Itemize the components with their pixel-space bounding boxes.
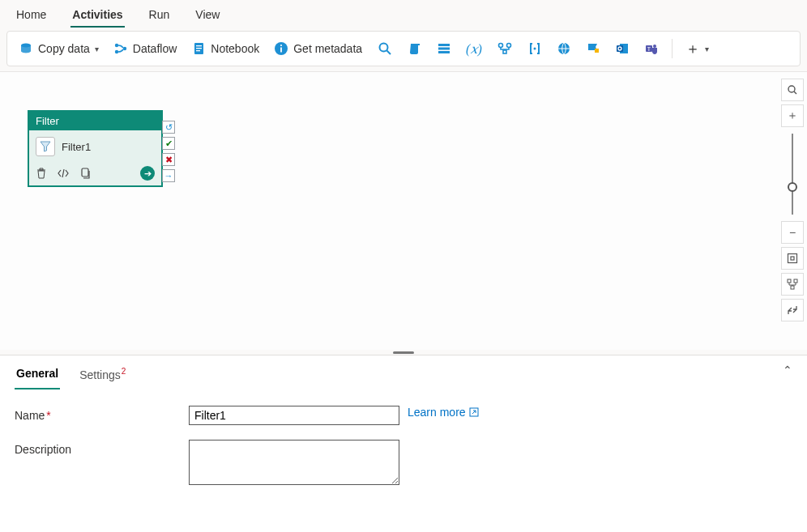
learn-more-link[interactable]: Learn more bbox=[408, 406, 479, 419]
svg-rect-5 bbox=[196, 45, 202, 46]
svg-rect-15 bbox=[438, 51, 450, 53]
activity-name-label: Filter1 bbox=[62, 141, 91, 153]
svg-rect-13 bbox=[438, 44, 450, 46]
svg-rect-32 bbox=[791, 257, 794, 260]
svg-point-27 bbox=[653, 45, 656, 48]
external-link-icon bbox=[469, 407, 479, 417]
svg-point-17 bbox=[506, 44, 510, 48]
handle-skip-icon[interactable]: → bbox=[162, 169, 175, 182]
svg-rect-21 bbox=[595, 49, 599, 53]
activity-type-header: Filter bbox=[29, 112, 161, 130]
table-icon bbox=[437, 41, 451, 56]
web-button[interactable] bbox=[550, 36, 578, 61]
pipeline-button[interactable] bbox=[490, 36, 519, 61]
flag-icon bbox=[586, 41, 600, 56]
chevron-down-icon: ▾ bbox=[705, 45, 709, 53]
svg-point-2 bbox=[115, 50, 118, 53]
svg-point-11 bbox=[380, 44, 388, 52]
chevron-down-icon: ▾ bbox=[95, 45, 99, 53]
description-input[interactable] bbox=[189, 440, 399, 485]
activity-filter[interactable]: Filter Filter1 ➔ bbox=[28, 111, 162, 186]
svg-line-12 bbox=[387, 51, 391, 55]
svg-point-1 bbox=[115, 44, 118, 47]
teams-icon: T bbox=[644, 41, 659, 56]
zoom-slider[interactable] bbox=[792, 134, 793, 215]
notebook-button[interactable]: Notebook bbox=[185, 36, 266, 61]
zoom-thumb[interactable] bbox=[788, 182, 797, 192]
handle-fail-icon[interactable]: ✖ bbox=[162, 153, 175, 166]
fit-screen-button[interactable] bbox=[781, 247, 804, 270]
svg-rect-9 bbox=[280, 48, 282, 53]
tab-general[interactable]: General bbox=[15, 364, 60, 389]
svg-point-29 bbox=[788, 86, 795, 92]
fullscreen-button[interactable] bbox=[781, 299, 804, 321]
code-icon[interactable] bbox=[57, 168, 70, 179]
run-arrow-icon[interactable]: ➔ bbox=[140, 166, 155, 181]
menu-home[interactable]: Home bbox=[15, 5, 48, 28]
copy-data-button[interactable]: Copy data ▾ bbox=[12, 36, 105, 61]
properties-tabs: General Settings2 ⌃ bbox=[15, 355, 792, 389]
properties-panel: General Settings2 ⌃ Name* Learn more Des… bbox=[0, 355, 807, 532]
zoom-in-button[interactable]: ＋ bbox=[781, 104, 804, 127]
stored-proc-button[interactable] bbox=[430, 36, 458, 61]
semantic-button[interactable] bbox=[579, 36, 607, 61]
activity-handles: ↺ ✔ ✖ → bbox=[162, 121, 175, 182]
menu-view[interactable]: View bbox=[194, 5, 221, 28]
copy-data-label: Copy data bbox=[38, 42, 90, 55]
svg-rect-31 bbox=[788, 254, 797, 263]
get-metadata-button[interactable]: Get metadata bbox=[267, 36, 369, 61]
clone-icon[interactable] bbox=[79, 168, 91, 179]
svg-rect-28 bbox=[82, 168, 88, 177]
top-menu: Home Activities Run View bbox=[0, 0, 807, 28]
notebook-icon bbox=[191, 41, 206, 56]
teams-button[interactable]: T bbox=[638, 36, 665, 61]
zoom-rail: ＋ − bbox=[778, 72, 807, 350]
dataflow-button[interactable]: Dataflow bbox=[107, 36, 183, 61]
description-label: Description bbox=[15, 440, 189, 456]
get-metadata-label: Get metadata bbox=[293, 42, 362, 55]
collapse-panel-button[interactable]: ⌃ bbox=[783, 364, 792, 377]
svg-rect-34 bbox=[794, 279, 797, 283]
svg-rect-33 bbox=[788, 279, 791, 283]
canvas-search-button[interactable] bbox=[781, 79, 804, 101]
outlook-button[interactable] bbox=[608, 36, 636, 61]
name-input[interactable] bbox=[189, 406, 399, 425]
menu-run[interactable]: Run bbox=[147, 5, 172, 28]
svg-point-19 bbox=[533, 48, 536, 50]
svg-rect-6 bbox=[196, 48, 202, 49]
menu-activities[interactable]: Activities bbox=[70, 5, 124, 28]
delete-icon[interactable] bbox=[36, 168, 47, 179]
search-icon bbox=[377, 40, 393, 57]
tab-settings[interactable]: Settings2 bbox=[78, 364, 127, 389]
general-form: Name* Learn more Description bbox=[15, 406, 792, 485]
svg-rect-35 bbox=[791, 286, 794, 289]
plus-icon: ＋ bbox=[685, 39, 700, 58]
svg-rect-7 bbox=[196, 50, 200, 51]
dataflow-icon bbox=[113, 41, 128, 56]
variable-icon: (𝑥) bbox=[466, 41, 482, 57]
functions-button[interactable] bbox=[521, 36, 549, 61]
tab-settings-badge: 2 bbox=[122, 367, 126, 376]
svg-point-10 bbox=[280, 45, 282, 46]
svg-rect-23 bbox=[617, 45, 623, 52]
globe-icon bbox=[557, 41, 571, 56]
handle-success-icon[interactable]: ✔ bbox=[162, 137, 175, 150]
handle-retry-icon[interactable]: ↺ bbox=[162, 121, 175, 134]
tab-settings-label: Settings bbox=[79, 368, 121, 381]
script-button[interactable] bbox=[401, 36, 429, 61]
activities-toolbar: Copy data ▾ Dataflow Notebook Get metada… bbox=[6, 31, 801, 66]
svg-rect-14 bbox=[438, 48, 450, 50]
lookup-button[interactable] bbox=[370, 36, 399, 62]
brackets-icon bbox=[527, 41, 542, 56]
pipeline-icon bbox=[497, 41, 513, 56]
svg-line-30 bbox=[794, 92, 796, 94]
auto-align-button[interactable] bbox=[781, 273, 804, 296]
dataflow-label: Dataflow bbox=[133, 42, 177, 55]
canvas-area: Filter Filter1 ➔ ↺ ✔ ✖ → ＋ bbox=[0, 71, 807, 350]
canvas[interactable]: Filter Filter1 ➔ ↺ ✔ ✖ → bbox=[0, 72, 778, 350]
outlook-icon bbox=[615, 41, 630, 56]
info-icon bbox=[274, 41, 288, 56]
add-activity-button[interactable]: ＋ ▾ bbox=[679, 34, 715, 63]
set-variable-button[interactable]: (𝑥) bbox=[459, 36, 489, 62]
zoom-out-button[interactable]: − bbox=[781, 221, 804, 244]
